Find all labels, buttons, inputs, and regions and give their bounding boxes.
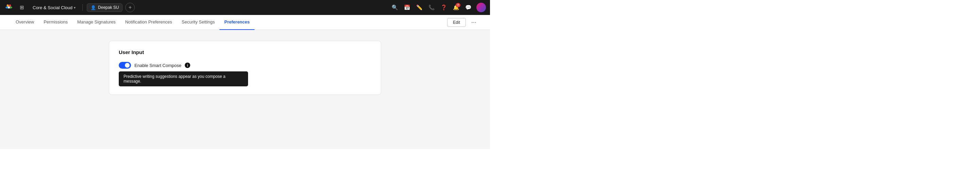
notifications-badge: 7 <box>456 3 460 7</box>
smart-compose-info-icon[interactable]: i <box>185 63 190 68</box>
topbar-divider <box>82 4 83 11</box>
app-name-chevron: ▾ <box>74 6 76 10</box>
phone-icon-btn[interactable]: 📞 <box>426 2 437 13</box>
smart-compose-tooltip: Predictive writing suggestions appear as… <box>119 71 248 86</box>
svg-point-5 <box>8 6 10 8</box>
tab-permissions[interactable]: Permissions <box>39 15 73 30</box>
smart-compose-label: Enable Smart Compose <box>134 63 181 68</box>
main-content: User Input Enable Smart Compose i Predic… <box>0 30 490 149</box>
calendar-icon-btn[interactable]: 📅 <box>401 2 412 13</box>
user-tab[interactable]: 👤 Deepak SU <box>87 3 123 12</box>
app-name-selector[interactable]: Core & Social Cloud ▾ <box>30 4 78 11</box>
grid-icon[interactable]: ⊞ <box>16 2 27 13</box>
topbar: ⊞ Core & Social Cloud ▾ 👤 Deepak SU + 🔍 … <box>0 0 490 15</box>
add-tab-button[interactable]: + <box>125 3 135 12</box>
user-tab-label: Deepak SU <box>98 5 119 10</box>
help-icon-btn[interactable]: ❓ <box>438 2 449 13</box>
user-icon: 👤 <box>91 5 96 10</box>
app-name-label: Core & Social Cloud <box>33 5 73 10</box>
topbar-right-icons: 🔍 📅 ✏️ 📞 ❓ 🔔 7 💬 <box>389 2 486 13</box>
user-avatar[interactable] <box>476 3 486 12</box>
app-logo[interactable] <box>4 3 14 12</box>
smart-compose-row: Enable Smart Compose i <box>119 62 371 69</box>
tab-overview[interactable]: Overview <box>11 15 39 30</box>
tab-manage-signatures[interactable]: Manage Signatures <box>73 15 121 30</box>
more-options-button[interactable]: ··· <box>469 17 479 27</box>
user-input-card: User Input Enable Smart Compose i Predic… <box>109 41 381 95</box>
edit-icon-btn[interactable]: ✏️ <box>414 2 425 13</box>
notifications-icon-btn[interactable]: 🔔 7 <box>450 2 461 13</box>
card-title: User Input <box>119 49 371 55</box>
tab-security-settings[interactable]: Security Settings <box>177 15 220 30</box>
tab-preferences[interactable]: Preferences <box>220 15 254 30</box>
toggle-thumb <box>125 63 130 68</box>
chat-icon-btn[interactable]: 💬 <box>463 2 474 13</box>
search-icon-btn[interactable]: 🔍 <box>389 2 400 13</box>
tabbar: Overview Permissions Manage Signatures N… <box>0 15 490 30</box>
smart-compose-toggle[interactable] <box>119 62 131 69</box>
edit-button[interactable]: Edit <box>447 18 466 27</box>
tab-notification-preferences[interactable]: Notification Preferences <box>121 15 177 30</box>
